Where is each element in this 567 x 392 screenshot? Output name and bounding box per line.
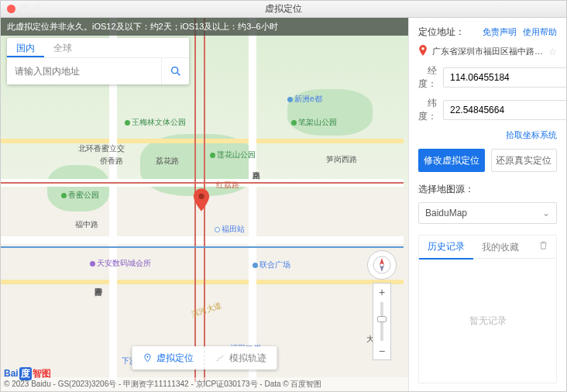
search-panel: 国内 全球 — [7, 38, 189, 84]
baidu-logo: Bai度智图 — [4, 367, 51, 380]
simulate-track-label: 模拟轨迹 — [229, 352, 266, 365]
svg-point-0 — [171, 67, 177, 74]
longitude-row: 经度： — [418, 64, 557, 91]
map-attribution: © 2023 Baidu - GS(2023)3206号 - 甲测资字11111… — [1, 377, 408, 391]
pin-icon — [193, 188, 210, 211]
search-tab-domestic[interactable]: 国内 — [7, 38, 44, 57]
zoom-control: + − — [373, 283, 391, 360]
latitude-row: 纬度： — [418, 97, 557, 123]
button-row: 修改虚拟定位 还原真实定位 — [418, 149, 557, 172]
zoom-knob[interactable] — [377, 316, 387, 322]
minimize-dot[interactable] — [20, 5, 29, 13]
map-source-value: BaiduMap — [425, 208, 467, 218]
tab-history[interactable]: 历史记录 — [419, 235, 473, 260]
restore-location-button[interactable]: 还原真实定位 — [491, 149, 558, 172]
search-row — [7, 58, 189, 84]
help-link[interactable]: 使用帮助 — [523, 26, 557, 38]
content: 王梅林文体公园 北环香蜜立交 侨香路 莲花山公园 荔花路 皇岗路 红荔路 笔架山… — [1, 18, 566, 391]
compass-control[interactable] — [367, 250, 397, 280]
address-pin-icon — [418, 45, 428, 58]
traffic-lights — [7, 5, 42, 13]
map-source-label: 选择地图源： — [418, 183, 557, 196]
titlebar: 虚拟定位 — [1, 1, 566, 18]
side-header: 定位地址： 免责声明 使用帮助 — [418, 26, 557, 39]
trash-icon — [538, 240, 548, 250]
svg-point-3 — [147, 356, 149, 358]
bottom-toolbar: 虚拟定位 模拟轨迹 — [132, 346, 277, 370]
search-tabs: 国内 全球 — [7, 38, 189, 58]
map-pane[interactable]: 王梅林文体公园 北环香蜜立交 侨香路 莲花山公园 荔花路 皇岗路 红荔路 笔架山… — [1, 18, 408, 391]
window-title: 虚拟定位 — [1, 2, 566, 15]
zoom-out-button[interactable]: − — [373, 342, 390, 359]
delete-history-button[interactable] — [531, 236, 556, 259]
history-panel: 历史记录 我的收藏 暂无记录 — [418, 235, 557, 383]
address-text: 广东省深圳市福田区福中路华富… — [432, 46, 544, 57]
compass-icon — [372, 255, 392, 275]
longitude-label: 经度： — [418, 64, 437, 91]
search-input[interactable] — [7, 58, 161, 84]
close-dot[interactable] — [7, 5, 15, 13]
longitude-input[interactable] — [443, 67, 566, 88]
disclaimer-link[interactable]: 免责声明 — [483, 26, 517, 38]
virtual-location-label: 虚拟定位 — [156, 352, 194, 365]
zoom-in-button[interactable]: + — [373, 284, 390, 301]
route-icon — [216, 353, 225, 363]
history-empty: 暂无记录 — [419, 259, 556, 383]
notice-bar: 此虚拟定位并非永久。iOS12及以下：约2天；iOS13及以上：约3–6小时 — [1, 18, 408, 36]
side-panel: 定位地址： 免责声明 使用帮助 广东省深圳市福田区福中路华富… ☆ 经度： 纬度… — [408, 18, 566, 391]
svg-point-2 — [198, 194, 204, 199]
history-tabs: 历史记录 我的收藏 — [419, 236, 556, 259]
latitude-label: 纬度： — [418, 97, 437, 123]
search-tab-global[interactable]: 全球 — [44, 38, 81, 57]
map-source-select[interactable]: BaiduMap ⌄ — [418, 202, 557, 224]
tab-favorites[interactable]: 我的收藏 — [473, 236, 527, 259]
svg-point-7 — [421, 47, 424, 50]
app-window: 虚拟定位 王梅林文体公园 北环香蜜立交 侨香路 — [0, 0, 567, 392]
zoom-dot[interactable] — [33, 5, 42, 13]
location-marker[interactable] — [193, 188, 210, 211]
location-address-label: 定位地址： — [418, 26, 465, 39]
svg-line-1 — [177, 73, 180, 75]
modify-location-button[interactable]: 修改虚拟定位 — [418, 149, 485, 172]
get-coords-row: 拾取坐标系统 — [418, 129, 557, 141]
virtual-location-button[interactable]: 虚拟定位 — [132, 346, 204, 370]
simulate-track-button[interactable]: 模拟轨迹 — [204, 346, 277, 370]
zoom-slider[interactable] — [380, 302, 383, 341]
latitude-input[interactable] — [443, 100, 566, 120]
search-icon — [170, 65, 182, 77]
address-row: 广东省深圳市福田区福中路华富… ☆ — [418, 45, 557, 58]
chevron-down-icon: ⌄ — [542, 208, 550, 218]
header-links: 免责声明 使用帮助 — [483, 26, 557, 38]
search-button[interactable] — [161, 58, 189, 84]
get-coords-link[interactable]: 拾取坐标系统 — [506, 130, 557, 139]
favorite-star[interactable]: ☆ — [548, 46, 557, 57]
location-icon — [143, 353, 153, 363]
